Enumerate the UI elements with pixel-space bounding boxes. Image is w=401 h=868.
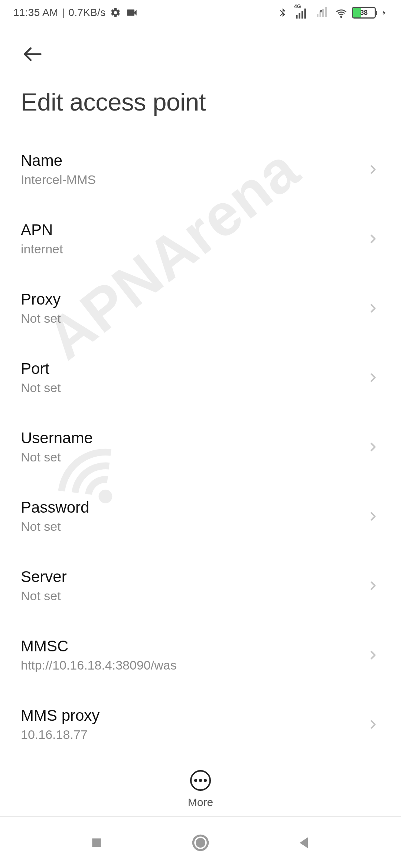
status-sep: |	[62, 7, 65, 19]
more-label: More	[188, 796, 213, 809]
setting-label: Password	[21, 499, 89, 516]
camera-icon	[125, 6, 138, 19]
more-button[interactable]: More	[0, 770, 401, 809]
bluetooth-icon	[276, 6, 289, 19]
setting-value: Not set	[21, 589, 67, 603]
status-netspeed: 0.7KB/s	[68, 7, 105, 19]
charging-icon	[380, 6, 388, 19]
chevron-right-icon	[366, 648, 380, 662]
battery-icon: 38	[352, 7, 376, 19]
setting-label: Server	[21, 568, 67, 586]
setting-password[interactable]: Password Not set	[21, 481, 380, 551]
gear-icon	[109, 6, 122, 19]
setting-value: Intercel-MMS	[21, 172, 96, 187]
setting-username[interactable]: Username Not set	[21, 412, 380, 481]
setting-name[interactable]: Name Intercel-MMS	[21, 135, 380, 204]
setting-value: Not set	[21, 381, 61, 395]
chevron-right-icon	[366, 509, 380, 523]
setting-value: internet	[21, 242, 63, 256]
setting-label: MMS proxy	[21, 707, 100, 724]
status-bar: 11:35 AM | 0.7KB/s 4G 38	[0, 0, 401, 25]
svg-point-2	[196, 838, 205, 848]
setting-value: http://10.16.18.4:38090/was	[21, 658, 177, 673]
setting-port[interactable]: Port Not set	[21, 343, 380, 412]
setting-server[interactable]: Server Not set	[21, 551, 380, 620]
setting-apn[interactable]: APN internet	[21, 204, 380, 273]
wifi-icon	[335, 6, 348, 19]
setting-label: APN	[21, 221, 63, 239]
chevron-right-icon	[366, 579, 380, 593]
setting-label: Username	[21, 429, 93, 447]
setting-mmsc[interactable]: MMSC http://10.16.18.4:38090/was	[21, 620, 380, 690]
chevron-right-icon	[366, 717, 380, 731]
nav-home-button[interactable]	[189, 832, 212, 854]
setting-value: Not set	[21, 450, 93, 464]
chevron-right-icon	[366, 162, 380, 177]
setting-mms-proxy[interactable]: MMS proxy 10.16.18.77	[21, 690, 380, 756]
signal-no-sim-icon	[314, 6, 330, 19]
setting-label: Name	[21, 152, 96, 170]
setting-label: Proxy	[21, 290, 61, 308]
chevron-right-icon	[366, 440, 380, 454]
setting-label: Port	[21, 360, 61, 378]
svg-rect-0	[92, 838, 101, 847]
setting-value: 10.16.18.77	[21, 727, 100, 742]
status-time: 11:35 AM	[13, 7, 58, 19]
more-icon	[190, 770, 211, 791]
chevron-right-icon	[366, 301, 380, 315]
setting-label: MMSC	[21, 637, 177, 655]
chevron-right-icon	[366, 371, 380, 385]
signal-4g-icon: 4G	[293, 6, 310, 19]
arrow-left-icon	[21, 42, 45, 66]
setting-proxy[interactable]: Proxy Not set	[21, 273, 380, 343]
setting-value: Not set	[21, 311, 61, 326]
nav-recent-button[interactable]	[85, 832, 108, 854]
nav-back-button[interactable]	[293, 832, 316, 854]
back-button[interactable]	[21, 39, 50, 69]
page-title: Edit access point	[21, 69, 380, 131]
setting-value: Not set	[21, 519, 89, 534]
settings-list: Name Intercel-MMS APN internet Proxy Not…	[0, 135, 401, 756]
system-nav-bar	[0, 816, 401, 868]
chevron-right-icon	[366, 232, 380, 246]
